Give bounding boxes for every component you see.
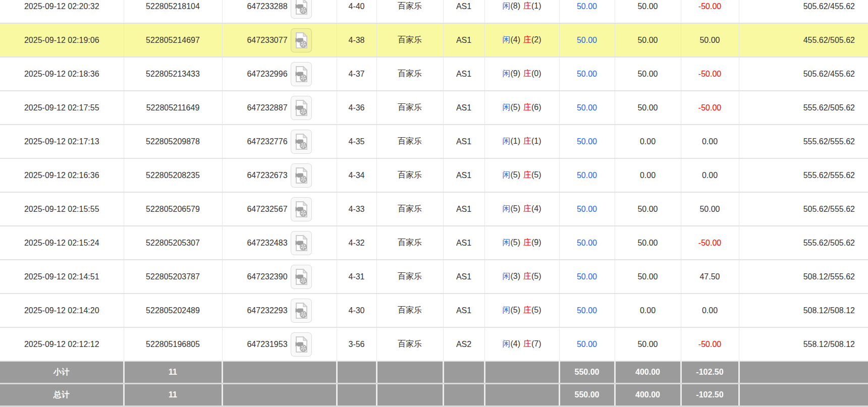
banker-count: (5) [531, 306, 541, 314]
bet-amount: 50.00 [559, 125, 615, 158]
summary-count: 11 [124, 361, 222, 384]
balance: 508.12/508.12 [739, 294, 868, 327]
valid-amount: 50.00 [615, 0, 681, 23]
game-round-id: 647232483 [222, 226, 337, 260]
banker-count: (0) [531, 69, 541, 78]
game-round-id-text: 647233288 [247, 2, 287, 11]
player-count: (4) [510, 339, 520, 348]
video-replay-button[interactable] [291, 28, 312, 52]
player-count: (5) [510, 103, 520, 111]
game-round-id-text: 647232293 [247, 306, 287, 315]
table-row[interactable]: 2025-09-12 02:15:55 522805206579 6472325… [0, 192, 868, 226]
table-code: AS1 [443, 91, 484, 125]
game-name: 百家乐 [376, 192, 443, 226]
bet-time: 2025-09-12 02:20:32 [0, 0, 124, 23]
video-replay-button[interactable] [291, 332, 312, 357]
table-code: AS1 [443, 57, 484, 91]
table-code: AS1 [443, 0, 484, 23]
video-file-icon [294, 235, 309, 252]
round-number: 4-40 [337, 0, 376, 23]
table-row[interactable]: 2025-09-12 02:14:51 522805203787 6472323… [0, 260, 868, 294]
round-number: 4-38 [337, 23, 376, 57]
game-round-id-text: 647232673 [247, 171, 287, 180]
game-result: 闲(5)庄(5) [484, 294, 559, 327]
bet-ref-id: 522805208235 [124, 158, 222, 192]
video-replay-button[interactable] [291, 197, 312, 221]
game-name: 百家乐 [376, 158, 443, 192]
game-round-id: 647233077 [222, 23, 337, 57]
banker-count: (4) [531, 204, 541, 213]
win-loss-amount: 0.00 [681, 294, 739, 327]
banker-count: (2) [531, 35, 541, 44]
player-label: 闲 [502, 306, 510, 314]
game-result: 闲(9)庄(0) [484, 57, 559, 91]
game-name: 百家乐 [376, 125, 443, 158]
bet-time: 2025-09-12 02:12:12 [0, 327, 124, 361]
player-count: (4) [510, 35, 520, 44]
video-replay-button[interactable] [291, 299, 312, 323]
bet-history-body: 2025-09-12 02:20:32 522805218104 6472332… [0, 0, 868, 406]
valid-amount: 0.00 [615, 158, 681, 192]
banker-label: 庄 [523, 204, 531, 213]
table-row[interactable]: 2025-09-12 02:20:32 522805218104 6472332… [0, 0, 868, 23]
table-row[interactable]: 2025-09-12 02:14:20 522805202489 6472322… [0, 294, 868, 327]
banker-count: (1) [531, 137, 541, 145]
summary-empty-cell [443, 361, 484, 384]
summary-winloss: -102.50 [681, 361, 739, 384]
video-file-icon [294, 32, 309, 49]
win-loss-amount: 50.00 [681, 23, 739, 57]
game-name: 百家乐 [376, 23, 443, 57]
table-code: AS1 [443, 260, 484, 294]
banker-label: 庄 [523, 170, 531, 179]
table-code: AS1 [443, 192, 484, 226]
valid-amount: 50.00 [615, 226, 681, 260]
game-round-id: 647233288 [222, 0, 337, 23]
table-row[interactable]: 2025-09-12 02:17:13 522805209878 6472327… [0, 125, 868, 158]
video-replay-button[interactable] [291, 265, 312, 289]
game-result: 闲(5)庄(9) [484, 226, 559, 260]
summary-winloss: -102.50 [681, 384, 739, 406]
game-result: 闲(5)庄(4) [484, 192, 559, 226]
bet-history-table: 2025-09-12 02:20:32 522805218104 6472332… [0, 0, 868, 407]
win-loss-amount: -50.00 [681, 57, 739, 91]
player-label: 闲 [502, 339, 510, 348]
table-code: AS1 [443, 158, 484, 192]
game-result: 闲(5)庄(5) [484, 158, 559, 192]
table-row[interactable]: 2025-09-12 02:17:55 522805211649 6472328… [0, 91, 868, 125]
video-replay-button[interactable] [291, 96, 312, 120]
video-replay-button[interactable] [291, 231, 312, 255]
player-label: 闲 [502, 137, 510, 145]
video-replay-button[interactable] [291, 0, 312, 19]
game-round-id: 647231953 [222, 327, 337, 361]
balance: 555.62/505.62 [739, 91, 868, 125]
bet-time: 2025-09-12 02:17:55 [0, 91, 124, 125]
video-replay-button[interactable] [291, 163, 312, 188]
video-replay-button[interactable] [291, 130, 312, 154]
bet-ref-id: 522805209878 [124, 125, 222, 158]
win-loss-amount: 50.00 [681, 192, 739, 226]
win-loss-amount: -50.00 [681, 327, 739, 361]
summary-label: 总计 [0, 384, 124, 406]
bet-ref-id: 522805213433 [124, 57, 222, 91]
banker-label: 庄 [523, 272, 531, 280]
game-name: 百家乐 [376, 294, 443, 327]
bet-ref-id: 522805196805 [124, 327, 222, 361]
summary-empty-cell [222, 361, 337, 384]
table-row[interactable]: 2025-09-12 02:19:06 522805214697 6472330… [0, 23, 868, 57]
game-name: 百家乐 [376, 91, 443, 125]
valid-amount: 50.00 [615, 23, 681, 57]
table-row[interactable]: 2025-09-12 02:16:36 522805208235 6472326… [0, 158, 868, 192]
balance: 505.62/555.62 [739, 192, 868, 226]
valid-amount: 50.00 [615, 57, 681, 91]
bet-amount: 50.00 [559, 91, 615, 125]
table-row[interactable]: 2025-09-12 02:18:36 522805213433 6472329… [0, 57, 868, 91]
banker-label: 庄 [523, 306, 531, 314]
summary-empty-cell [337, 384, 376, 406]
valid-amount: 50.00 [615, 192, 681, 226]
game-result: 闲(1)庄(1) [484, 125, 559, 158]
summary-row: 总计 11 550.00 400.00 -102.50 [0, 384, 868, 406]
summary-empty-cell [443, 384, 484, 406]
table-row[interactable]: 2025-09-12 02:12:12 522805196805 6472319… [0, 327, 868, 361]
video-replay-button[interactable] [291, 62, 312, 86]
table-row[interactable]: 2025-09-12 02:15:24 522805205307 6472324… [0, 226, 868, 260]
